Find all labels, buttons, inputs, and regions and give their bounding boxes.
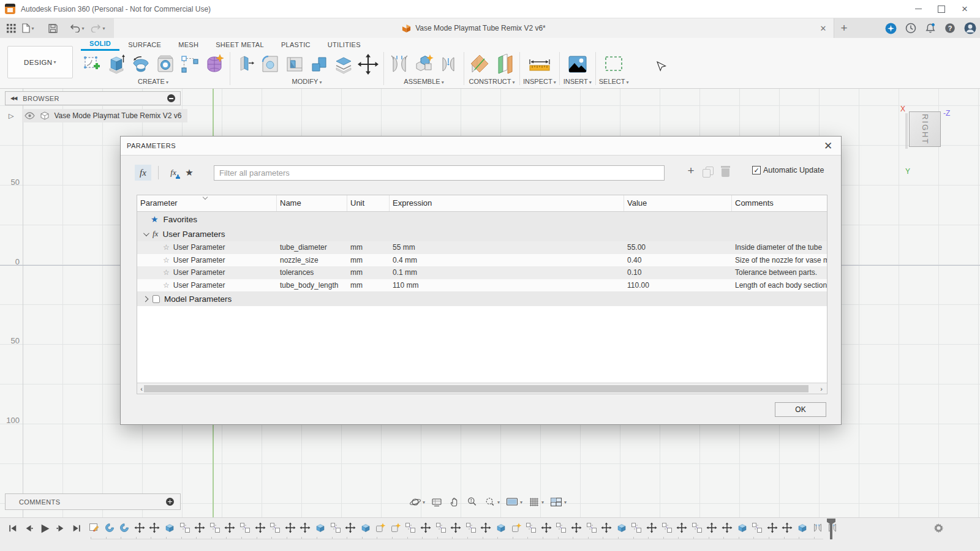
timeline-feature-pattern-icon[interactable] — [556, 520, 567, 535]
automatic-update-option[interactable]: ✓ Automatic Update — [752, 166, 824, 174]
fillet-button[interactable] — [258, 51, 282, 77]
viewports-icon[interactable] — [549, 496, 567, 508]
undo-button[interactable] — [70, 20, 85, 36]
parameter-comment[interactable]: Tolerance between parts. — [732, 268, 827, 277]
timeline-feature-extrude-icon[interactable] — [360, 520, 371, 535]
delete-parameter-icon[interactable] — [721, 166, 731, 178]
notifications-icon[interactable] — [925, 23, 936, 34]
move-copy-button[interactable] — [356, 51, 380, 77]
select-group-label[interactable]: SELECT — [599, 78, 629, 85]
look-at-icon[interactable] — [431, 496, 443, 508]
timeline-feature-move-icon[interactable] — [149, 520, 160, 535]
modify-group-label[interactable]: MODIFY — [292, 78, 322, 85]
parameter-row-tube_diameter[interactable]: ☆User Parametertube_diametermm55 mm55.00… — [137, 241, 827, 254]
timeline-feature-move-icon[interactable] — [601, 520, 612, 535]
parameter-expression[interactable]: 0.1 mm — [390, 268, 624, 277]
timeline-feature-move-icon[interactable] — [541, 520, 552, 535]
timeline-feature-pattern-icon[interactable] — [752, 520, 763, 535]
recent-icon[interactable] — [905, 23, 916, 34]
parameter-row-tube_body_length[interactable]: ☆User Parametertube_body_lengthmm110 mm1… — [137, 279, 827, 292]
display-settings-icon[interactable] — [505, 496, 522, 508]
group-row-user-parameters[interactable]: fxUser Parameters — [137, 227, 827, 241]
file-menu-button[interactable] — [21, 20, 36, 36]
timeline-feature-move-icon[interactable] — [255, 520, 266, 535]
chevron-right-icon[interactable] — [143, 296, 149, 302]
timeline-feature-move-icon[interactable] — [345, 520, 356, 535]
timeline-feature-pattern-icon[interactable] — [405, 520, 416, 535]
browser-collapse-icon[interactable]: ◀◀ — [10, 96, 17, 101]
timeline-feature-move-icon[interactable] — [224, 520, 235, 535]
timeline-feature-extrude-icon[interactable] — [496, 520, 507, 535]
timeline-feature-revolve-icon[interactable] — [119, 520, 130, 535]
column-header-value[interactable]: Value — [624, 195, 732, 211]
timeline-feature-pattern-icon[interactable] — [586, 520, 597, 535]
timeline-feature-pattern-icon[interactable] — [239, 520, 251, 535]
timeline-settings-gear-icon[interactable] — [933, 522, 944, 534]
timeline-feature-pattern-icon[interactable] — [526, 520, 537, 535]
close-button[interactable]: × — [954, 2, 975, 17]
timeline-feature-move-icon[interactable] — [285, 520, 296, 535]
insert-group-label[interactable]: INSERT — [564, 78, 592, 85]
column-header-comments[interactable]: Comments — [732, 195, 827, 211]
timeline-feature-pattern-icon[interactable] — [209, 520, 221, 535]
redo-button[interactable] — [91, 20, 105, 36]
timeline-playhead[interactable] — [830, 520, 832, 539]
copy-parameter-icon[interactable] — [703, 167, 714, 178]
dialog-close-icon[interactable]: ✕ — [821, 140, 835, 152]
minimize-button[interactable] — [908, 2, 929, 17]
scroll-right-icon[interactable]: › — [817, 385, 826, 392]
ribbon-tab-sheet-metal[interactable]: SHEET METAL — [207, 38, 273, 51]
timeline-feature-newcomp-icon[interactable] — [511, 520, 522, 535]
insert-canvas-button[interactable] — [563, 51, 592, 77]
timeline-feature-extrude-icon[interactable] — [164, 520, 175, 535]
timeline-feature-pattern-icon[interactable] — [631, 520, 642, 535]
timeline-feature-pattern-icon[interactable] — [435, 520, 447, 535]
timeline-feature-newcomp-icon[interactable] — [390, 520, 401, 535]
extensions-icon[interactable] — [885, 23, 897, 34]
timeline-feature-move-icon[interactable] — [134, 520, 145, 535]
timeline-feature-move-icon[interactable] — [646, 520, 657, 535]
ribbon-tab-solid[interactable]: SOLID — [81, 38, 119, 51]
sort-indicator-icon[interactable] — [203, 194, 208, 199]
create-sketch-button[interactable] — [80, 51, 104, 77]
midplane-button[interactable] — [467, 51, 492, 77]
timeline-feature-move-icon[interactable] — [450, 520, 461, 535]
timeline-feature-pattern-icon[interactable] — [270, 520, 281, 535]
timeline-feature-move-icon[interactable] — [194, 520, 205, 535]
timeline-feature-newcomp-icon[interactable] — [375, 520, 386, 535]
construct-group-label[interactable]: CONSTRUCT — [469, 78, 514, 85]
favorites-filter-button[interactable]: ★ — [181, 167, 197, 178]
ribbon-tab-plastic[interactable]: PLASTIC — [273, 38, 319, 51]
timeline-feature-move-icon[interactable] — [767, 520, 778, 535]
pan-icon[interactable] — [448, 496, 461, 508]
press-pull-button[interactable] — [233, 51, 258, 77]
parameter-expression[interactable]: 55 mm — [390, 243, 624, 252]
timeline-feature-move-icon[interactable] — [300, 520, 311, 535]
parameter-comment[interactable]: Size of the nozzle for vase m — [732, 256, 827, 264]
help-icon[interactable]: ? — [944, 23, 956, 34]
select-button[interactable] — [599, 51, 628, 77]
visibility-eye-icon[interactable] — [24, 112, 35, 119]
as-built-joint-button[interactable] — [436, 51, 461, 77]
timeline-feature-move-icon[interactable] — [706, 520, 717, 535]
timeline-go-to-end-button[interactable] — [71, 522, 82, 535]
workspace-selector[interactable]: DESIGN — [7, 46, 73, 78]
timeline-feature-move-icon[interactable] — [676, 520, 687, 535]
assemble-group-label[interactable]: ASSEMBLE — [404, 78, 443, 85]
filter-parameters-input[interactable] — [214, 165, 665, 181]
user-parameter-filter-button[interactable]: fx — [165, 165, 181, 181]
scrollbar-thumb[interactable] — [144, 385, 809, 392]
browser-minimize-icon[interactable] — [167, 94, 175, 102]
parameter-comment[interactable]: Inside diameter of the tube — [732, 243, 827, 252]
timeline-feature-move-icon[interactable] — [571, 520, 582, 535]
new-component-button[interactable] — [412, 51, 436, 77]
browser-panel-header[interactable]: ◀◀ BROWSER — [5, 91, 181, 105]
tab-close-icon[interactable]: ✕ — [818, 23, 829, 34]
timeline-feature-extrude-icon[interactable] — [797, 520, 808, 535]
timeline-feature-joint-icon[interactable] — [812, 520, 823, 535]
grid-snap-icon[interactable] — [528, 496, 544, 508]
shell-button[interactable] — [282, 51, 307, 77]
sketch-dimension-button[interactable] — [178, 51, 202, 77]
browser-root-item[interactable]: Vase Mode Playmat Tube Remix V2 v6 — [22, 109, 187, 122]
combine-button[interactable] — [307, 51, 331, 77]
